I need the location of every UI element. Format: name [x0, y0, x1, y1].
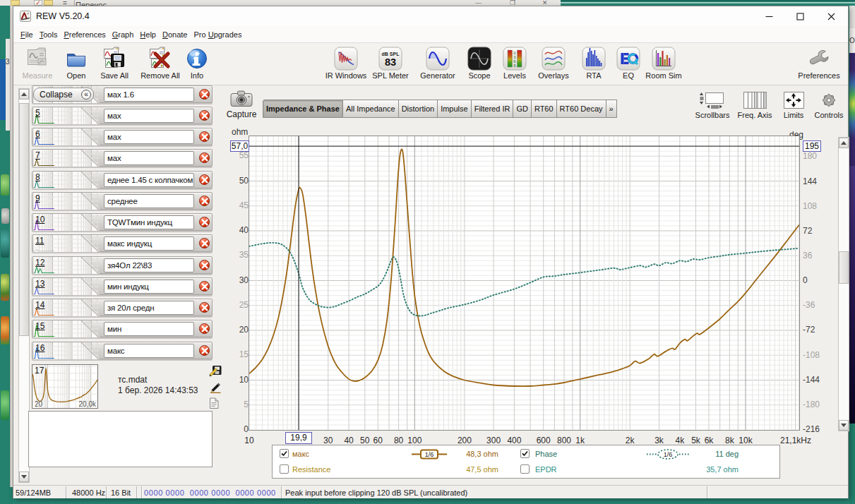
legend-checkbox-epdr[interactable] [520, 464, 530, 474]
measurement-row-6[interactable]: 6 [32, 128, 213, 145]
tab-gd[interactable]: GD [513, 100, 532, 118]
left-axis-tick: 5 [222, 400, 249, 409]
tab-[interactable]: » [606, 100, 617, 118]
minimize-button[interactable] [753, 6, 784, 26]
scroll-up-button[interactable] [839, 138, 849, 148]
legend-checkbox-resistance[interactable] [280, 464, 289, 474]
measurement-name-input[interactable] [104, 236, 194, 251]
measurement-row-5[interactable]: 5 [32, 107, 213, 124]
freq-axis-icon [741, 91, 769, 109]
measurement-row-13[interactable]: 13 [32, 277, 213, 295]
measurement-number: 7 [35, 150, 40, 160]
menu-preferences[interactable]: Preferences [64, 30, 105, 39]
tab-rt60-decay[interactable]: RT60 Decay [557, 100, 606, 118]
measurement-row-10[interactable]: 10 [32, 213, 213, 231]
titlebar[interactable]: REW V5.20.4 [13, 6, 848, 26]
measurement-row-header[interactable]: Collapse« [32, 85, 213, 103]
measurement-number: 9 [35, 193, 40, 203]
delete-measurement-button[interactable] [199, 260, 210, 270]
desktop-icon [1, 390, 9, 420]
delete-measurement-button[interactable] [199, 110, 210, 121]
close-button[interactable] [815, 6, 847, 26]
menu-help[interactable]: Help [140, 30, 156, 39]
measurement-thumbnail [33, 172, 100, 191]
measurement-filename: тс.mdat [118, 375, 147, 385]
menu-graph[interactable]: Graph [112, 30, 134, 39]
selected-measurement-panel[interactable]: 17 20 20,0k тс.mdat 1 бер. 2026 14:43:53 [32, 364, 213, 409]
status-memory: 59/124MB [16, 488, 51, 497]
delete-measurement-button[interactable] [199, 238, 210, 248]
status-channels: 0000 0000 0000 0000 0000 0000 [144, 488, 276, 497]
controls-button[interactable]: Controls [801, 91, 855, 119]
legend-checkbox-phase[interactable] [520, 449, 530, 458]
measurement-name-input[interactable] [104, 151, 194, 165]
menu-pro-upgrades[interactable]: Pro Upgrades [193, 30, 241, 39]
tab-impulse[interactable]: Impulse [438, 100, 472, 118]
delete-measurement-button[interactable] [199, 217, 210, 227]
measurement-name-input[interactable] [104, 215, 194, 229]
measurement-number: 11 [35, 236, 44, 246]
down-arrow-icon [841, 424, 847, 427]
chart-scrollbar[interactable] [838, 137, 849, 431]
cursor-freq-value: 19,9 [285, 432, 312, 444]
delete-measurement-button[interactable] [199, 89, 210, 100]
delete-measurement-button[interactable] [199, 323, 210, 334]
scrollbar-thumb[interactable] [839, 251, 849, 284]
info-button[interactable]: Info [165, 47, 229, 80]
delete-measurement-button[interactable] [199, 174, 210, 185]
maximize-button[interactable] [784, 6, 815, 26]
tab-all-impedance[interactable]: All Impedance [343, 100, 399, 118]
measurement-name-input[interactable] [104, 258, 194, 272]
measurement-number: 12 [35, 258, 44, 268]
measurement-name-input[interactable] [104, 88, 194, 102]
measurement-row-9[interactable]: 9 [32, 192, 213, 210]
room-sim-button[interactable]: Room Sim [632, 47, 695, 80]
measurement-row-11[interactable]: 11 [32, 234, 213, 252]
measurement-name-input[interactable] [104, 130, 194, 144]
measurement-name-input[interactable] [104, 194, 194, 208]
measurement-name-input[interactable] [104, 322, 194, 336]
measurement-name-input[interactable] [104, 173, 194, 187]
left-axis-tick: 35 [222, 251, 249, 260]
status-divider [136, 486, 137, 498]
notes-textarea[interactable] [28, 411, 213, 467]
scroll-down-button[interactable] [839, 420, 849, 431]
menu-file[interactable]: File [20, 30, 33, 39]
capture-button[interactable]: Capture [226, 90, 257, 120]
measurement-row-16[interactable]: 16 [32, 342, 213, 359]
measurement-row-7[interactable]: 7 [32, 149, 213, 167]
delete-measurement-button[interactable] [199, 302, 210, 313]
measurement-row-8[interactable]: 8 [32, 171, 213, 188]
app-icon [20, 11, 31, 22]
measurement-row-14[interactable]: 14 [32, 299, 213, 316]
tab-rt60[interactable]: RT60 [532, 100, 557, 118]
collapse-label: Collapse [40, 90, 73, 100]
measurement-number: 8 [35, 172, 40, 182]
delete-measurement-button[interactable] [199, 196, 210, 206]
delete-measurement-button[interactable] [199, 152, 210, 163]
delete-measurement-button[interactable] [199, 131, 210, 142]
delete-measurement-button[interactable] [199, 281, 210, 292]
impedance-phase-chart[interactable] [249, 136, 800, 431]
scroll-down-button[interactable] [19, 472, 29, 482]
measurement-name-input[interactable] [104, 301, 194, 315]
bg-right-gray [849, 6, 855, 28]
tab-distortion[interactable]: Distortion [399, 100, 438, 118]
desktop-icon [1, 208, 9, 224]
right-axis-tick: -36 [803, 301, 815, 310]
measurement-name-input[interactable] [104, 109, 194, 123]
menu-donate[interactable]: Donate [162, 30, 187, 39]
measurement-name-input[interactable] [104, 344, 194, 358]
tab-impedance-phase[interactable]: Impedance & Phase [263, 100, 343, 118]
collapse-button[interactable]: Collapse« [33, 88, 94, 102]
measurement-row-15[interactable]: 15 [32, 320, 213, 337]
measurement-row-12[interactable]: 12 [32, 256, 213, 274]
tab-filtered-ir[interactable]: Filtered IR [472, 100, 514, 118]
delete-measurement-button[interactable] [199, 345, 210, 356]
menu-tools[interactable]: Tools [40, 30, 58, 39]
scrollbar-thumb[interactable] [19, 103, 29, 336]
legend-checkbox-макс[interactable] [280, 449, 289, 458]
scroll-up-button[interactable] [19, 89, 29, 100]
measurement-name-input[interactable] [104, 280, 194, 294]
preferences-button[interactable]: Preferences [787, 47, 851, 80]
